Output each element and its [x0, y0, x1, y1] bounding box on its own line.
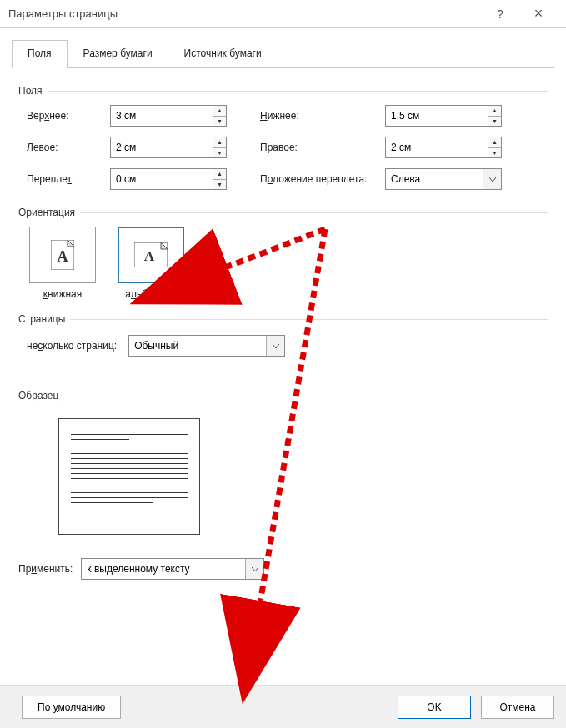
input-bottom[interactable]: ▲▼ — [385, 105, 502, 127]
titlebar: Параметры страницы ? × — [0, 0, 566, 28]
label-bottom: Нижнее: — [260, 110, 385, 122]
label-gutter-position: Положение переплета: — [260, 173, 385, 185]
orientation-portrait-label: книжная — [43, 288, 82, 300]
close-button[interactable]: × — [519, 0, 558, 28]
label-apply-to: Применить: — [18, 563, 73, 575]
spinner-buttons[interactable]: ▲▼ — [213, 106, 226, 126]
input-top[interactable]: ▲▼ — [110, 105, 227, 127]
ok-button[interactable]: OK — [398, 696, 471, 719]
svg-text:A: A — [58, 248, 68, 265]
help-button[interactable]: ? — [481, 0, 519, 28]
orientation-landscape-label: альбомная — [125, 288, 177, 300]
label-left: Левое: — [27, 142, 110, 153]
section-margins: Поля — [18, 85, 548, 97]
chevron-down-icon[interactable] — [245, 559, 263, 579]
input-right[interactable]: ▲▼ — [385, 137, 502, 158]
tab-fields[interactable]: Поля — [12, 40, 68, 68]
section-preview: Образец — [18, 390, 548, 401]
cancel-button[interactable]: Отмена — [481, 696, 554, 719]
dialog-footer: По умолчанию OK Отмена — [0, 685, 566, 728]
chevron-down-icon[interactable] — [266, 336, 284, 356]
preview-thumbnail — [58, 418, 200, 535]
label-right: Правое: — [260, 142, 385, 153]
default-button[interactable]: По умолчанию — [22, 696, 121, 719]
combo-multi-pages[interactable]: Обычный — [128, 335, 285, 357]
tab-paper-size[interactable]: Размер бумаги — [68, 40, 168, 68]
orientation-landscape[interactable]: A альбомная — [115, 227, 187, 300]
input-left[interactable]: ▲▼ — [110, 137, 227, 158]
tabs: Поля Размер бумаги Источник бумаги — [12, 40, 554, 68]
label-top: Верхнее: — [27, 110, 110, 122]
tab-paper-source[interactable]: Источник бумаги — [168, 40, 278, 68]
input-gutter[interactable]: ▲▼ — [110, 168, 227, 190]
label-gutter: Переплет: — [27, 173, 110, 185]
combo-gutter-position[interactable]: Слева — [385, 168, 502, 190]
svg-text:A: A — [144, 248, 155, 264]
chevron-down-icon[interactable] — [483, 169, 501, 189]
section-pages: Страницы — [18, 313, 548, 325]
section-orientation: Ориентация — [18, 207, 548, 218]
orientation-portrait[interactable]: A книжная — [27, 227, 98, 300]
window-title: Параметры страницы — [8, 7, 481, 20]
combo-apply-to[interactable]: к выделенному тексту — [81, 558, 264, 580]
label-multi-pages: несколько страниц: — [27, 340, 117, 352]
